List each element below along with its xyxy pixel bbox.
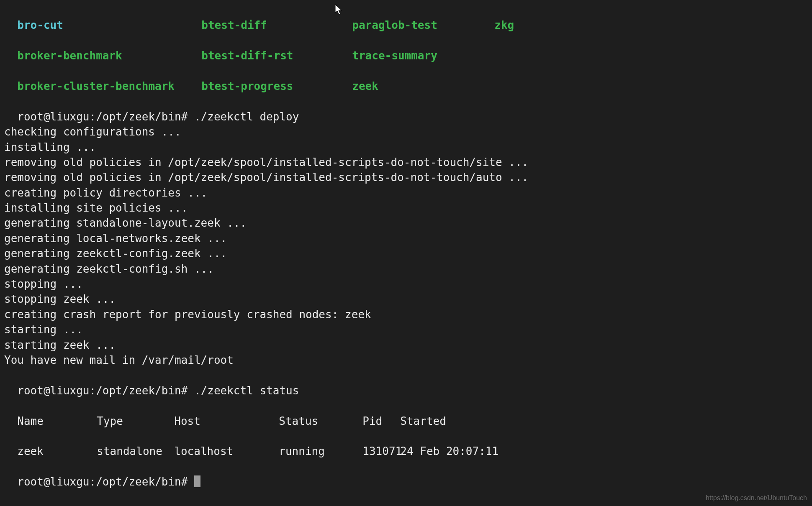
exec-list-row-2: broker-benchmarkbtest-diff-rsttrace-summ… (4, 33, 808, 64)
status-col-pid: Pid (362, 414, 400, 429)
status-col-started: Started (400, 414, 446, 429)
output-line: removing old policies in /opt/zeek/spool… (4, 170, 808, 185)
command-text: ./zeekctl deploy (194, 110, 299, 123)
output-line: installing site policies ... (4, 200, 808, 215)
command-text: ./zeekctl status (194, 384, 299, 397)
exec-entry: bro-cut (17, 18, 201, 33)
status-val-pid: 131071 (362, 444, 400, 459)
status-data-row: zeekstandalonelocalhostrunning13107124 F… (4, 429, 808, 459)
output-line: creating crash report for previously cra… (4, 307, 808, 322)
output-line: generating local-networks.zeek ... (4, 231, 808, 246)
shell-prompt: root@liuxgu:/opt/zeek/bin# (17, 110, 194, 123)
exec-entry: paraglob-test (352, 18, 494, 33)
exec-list-row-3: broker-cluster-benchmarkbtest-progressze… (4, 64, 808, 94)
exec-entry: btest-diff-rst (201, 48, 352, 63)
status-val-type: standalone (97, 444, 174, 459)
exec-entry: zkg (494, 18, 578, 33)
output-line: creating policy directories ... (4, 185, 808, 200)
output-line: You have new mail in /var/mail/root (4, 353, 808, 368)
exec-entry: broker-benchmark (17, 48, 201, 63)
status-val-status: running (279, 444, 362, 459)
shell-prompt: root@liuxgu:/opt/zeek/bin# (17, 384, 194, 397)
exec-entry: zeek (352, 79, 494, 94)
exec-entry: trace-summary (352, 48, 494, 63)
output-line: stopping ... (4, 276, 808, 291)
terminal-cursor (194, 475, 200, 487)
status-header-row: NameTypeHostStatusPidStarted (4, 398, 808, 429)
status-col-name: Name (17, 414, 97, 429)
exec-entry: btest-diff (201, 18, 352, 33)
output-line: checking configurations ... (4, 124, 808, 139)
output-line: stopping zeek ... (4, 291, 808, 307)
status-val-host: localhost (174, 444, 279, 459)
prompt-line-1[interactable]: root@liuxgu:/opt/zeek/bin# ./zeekctl dep… (4, 94, 808, 124)
status-val-name: zeek (17, 444, 97, 459)
output-line: generating standalone-layout.zeek ... (4, 215, 808, 230)
prompt-line-3[interactable]: root@liuxgu:/opt/zeek/bin# (4, 459, 808, 490)
status-col-status: Status (279, 414, 362, 429)
output-line: installing ... (4, 140, 808, 155)
output-line: starting ... (4, 322, 808, 337)
watermark-text: https://blog.csdn.net/UbuntuTouch (706, 493, 807, 503)
prompt-line-2[interactable]: root@liuxgu:/opt/zeek/bin# ./zeekctl sta… (4, 368, 808, 398)
status-col-type: Type (97, 414, 174, 429)
output-line: generating zeekctl-config.sh ... (4, 261, 808, 276)
status-val-started: 24 Feb 20:07:11 (400, 444, 499, 459)
output-line: generating zeekctl-config.zeek ... (4, 246, 808, 261)
exec-list-row-1: bro-cutbtest-diffparaglob-testzkg (4, 3, 808, 33)
output-line: removing old policies in /opt/zeek/spool… (4, 155, 808, 170)
exec-entry: broker-cluster-benchmark (17, 79, 201, 94)
output-line: starting zeek ... (4, 337, 808, 353)
status-col-host: Host (174, 414, 279, 429)
exec-entry: btest-progress (201, 79, 352, 94)
shell-prompt: root@liuxgu:/opt/zeek/bin# (17, 475, 194, 488)
